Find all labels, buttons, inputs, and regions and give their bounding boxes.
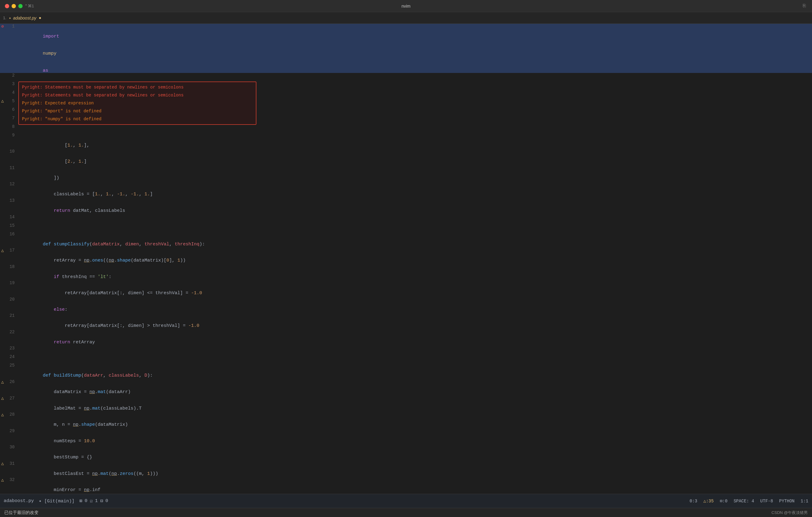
line-gutter-13: 13: [0, 198, 18, 203]
code-line-20[interactable]: 20 else:: [0, 297, 812, 313]
code-line-1[interactable]: ⊘ 1 import numpy as np: [0, 24, 812, 73]
shortcut-label: ⌃⌘1: [24, 4, 34, 8]
error-msg-2: Pyright: Statements must be separated by…: [22, 91, 253, 99]
delete-count-icon: ⊟: [100, 498, 103, 504]
import-keyword: import: [43, 34, 59, 39]
line-gutter-25: 25: [0, 363, 18, 368]
code-line-29[interactable]: 29 numSteps = 10.0: [0, 428, 812, 445]
tab-icon: ✦: [9, 16, 11, 21]
share-icon[interactable]: ⎘: [803, 3, 806, 9]
line-gutter-21: 21: [0, 313, 18, 318]
error-circle-icon: ⊘: [1, 24, 4, 29]
line-gutter-14: 14: [0, 215, 18, 219]
line-gutter-19: 19: [0, 280, 18, 285]
warning-triangle-icon-27: △: [1, 396, 4, 401]
line-gutter-32: △ 32: [0, 477, 18, 482]
cursor-position: 0:3: [690, 499, 697, 504]
line-gutter-16: 16: [0, 232, 18, 237]
bottombar: 已位于最旧的改变 CSDN @午夜淡猪男: [0, 508, 812, 517]
line-gutter-28: △ 28: [0, 412, 18, 417]
code-line-2[interactable]: 2: [0, 73, 812, 82]
error-msg-3: Pyright: Expected expression: [22, 99, 253, 107]
change-count-icon: ☑: [90, 498, 92, 504]
code-line-19[interactable]: 19 retArray[dataMatrix[:, dimen] <= thre…: [0, 280, 812, 297]
warning-triangle-icon-31: △: [1, 461, 4, 466]
code-line-18[interactable]: 18 if threshInq == 'lt':: [0, 264, 812, 281]
line-gutter-31: △ 31: [0, 461, 18, 466]
code-line-10[interactable]: 10 [2., 1.]: [0, 149, 812, 165]
code-line-23[interactable]: 23: [0, 346, 812, 354]
warning-triangle-icon-28: △: [1, 412, 4, 417]
code-line-8[interactable]: 8: [0, 124, 812, 133]
code-line-9[interactable]: 9 [1., 1.],: [0, 133, 812, 149]
warning-triangle-icon-32: △: [1, 477, 4, 483]
tabbar: 1. ✦ adaboost.py ●: [0, 12, 812, 24]
line-gutter-7: 7: [0, 116, 18, 121]
line-gutter-27: △ 27: [0, 396, 18, 401]
warning-triangle-icon-5: △: [1, 98, 4, 103]
add-count: 0: [85, 498, 87, 504]
code-line-12[interactable]: 12 classLabels = [1., 1., -1., -1., 1.]: [0, 182, 812, 198]
line-gutter-20: 20: [0, 297, 18, 302]
error-popup-container: 3 4 △ 5 6: [0, 82, 812, 133]
language: PYTHON: [779, 499, 794, 504]
app-title: nvim: [401, 4, 411, 8]
line-gutter-11: 11: [0, 165, 18, 170]
line-gutter-24: 24: [0, 354, 18, 359]
line-gutter-1: ⊘ 1: [0, 24, 18, 29]
status-right: 0:3 △:35 ⊟:0 SPACE: 4 UTF-8 PYTHON 1:1: [690, 498, 808, 504]
line-gutter-3: 3: [0, 82, 18, 86]
line-gutter-12: 12: [0, 182, 18, 186]
bottom-credit: CSDN @午夜淡猪男: [772, 510, 808, 515]
code-line-27[interactable]: △ 27 labelMat = np.mat(classLabels).T: [0, 396, 812, 412]
code-line-30[interactable]: 30 bestStump = {}: [0, 445, 812, 461]
change-count: 1: [95, 498, 98, 504]
minimize-button[interactable]: [11, 4, 16, 8]
tab-filename[interactable]: adaboost.py: [13, 16, 36, 21]
line-8-content[interactable]: [18, 124, 812, 133]
status-left: adaboost.py ✦ [Git(main)] ⊞ 0 ☑ 1 ⊟ 0: [4, 498, 690, 504]
editor-area[interactable]: ⊘ 1 import numpy as np 2: [0, 24, 812, 494]
line-gutter-5: △ 5: [0, 98, 18, 103]
code-area[interactable]: ⊘ 1 import numpy as np 2: [0, 24, 812, 494]
warning-triangle-icon-26: △: [1, 379, 4, 385]
line-gutter-6: 6: [0, 107, 18, 112]
code-line-32[interactable]: △ 32 minError = np.inf: [0, 477, 812, 494]
bottom-message: 已位于最旧的改变: [4, 510, 38, 515]
line-gutter-30: 30: [0, 445, 18, 450]
status-filename: adaboost.py: [4, 498, 34, 504]
error-count: ⊟:0: [720, 498, 727, 504]
space-setting: SPACE: 4: [733, 499, 754, 504]
status-counts: ⊞ 0 ☑ 1 ⊟ 0: [79, 498, 108, 504]
tab-modified-indicator: ●: [39, 16, 41, 21]
numpy-module: numpy: [43, 51, 56, 56]
line-gutter-10: 10: [0, 149, 18, 154]
maximize-button[interactable]: [18, 4, 23, 8]
line-gutter-2: 2: [0, 73, 18, 78]
code-line-28[interactable]: △ 28 m, n = np.shape(dataMatrix): [0, 412, 812, 428]
status-git: ✦ [Git(main)]: [39, 498, 75, 504]
close-button[interactable]: [5, 4, 9, 8]
code-line-17[interactable]: △ 17 retArray = np.ones((np.shape(dataMa…: [0, 248, 812, 264]
code-line-11[interactable]: 11 ]): [0, 165, 812, 182]
code-line-25[interactable]: 25 def buildStump(dataArr, classLabels, …: [0, 363, 812, 379]
code-line-22[interactable]: 22 return retArray: [0, 330, 812, 346]
code-line-21[interactable]: 21 retArray[dataMatrix[:, dimen] > thres…: [0, 313, 812, 330]
line-gutter-8: 8: [0, 124, 18, 129]
line-gutter-29: 29: [0, 428, 18, 433]
code-line-15[interactable]: 15: [0, 223, 812, 232]
code-line-31[interactable]: △ 31 bestClasEst = np.mat(np.zeros((m, 1…: [0, 461, 812, 478]
statusbar: adaboost.py ✦ [Git(main)] ⊞ 0 ☑ 1 ⊟ 0 0:…: [0, 494, 812, 508]
add-count-icon: ⊞: [79, 498, 82, 504]
code-line-13[interactable]: 13 return datMat, classLabels: [0, 198, 812, 215]
delete-count: 0: [105, 498, 108, 504]
line-gutter-23: 23: [0, 346, 18, 351]
code-line-16[interactable]: 16 def stumpClassify(dataMatrix, dimen, …: [0, 232, 812, 248]
line-gutter-4: 4: [0, 90, 18, 95]
tab-number: 1.: [3, 16, 6, 20]
encoding: UTF-8: [760, 499, 773, 504]
line-32-content[interactable]: minError = np.inf: [18, 477, 812, 494]
code-line-24[interactable]: 24: [0, 354, 812, 363]
code-line-26[interactable]: △ 26 dataMatrix = np.mat(dataArr): [0, 379, 812, 396]
code-line-14[interactable]: 14: [0, 215, 812, 223]
